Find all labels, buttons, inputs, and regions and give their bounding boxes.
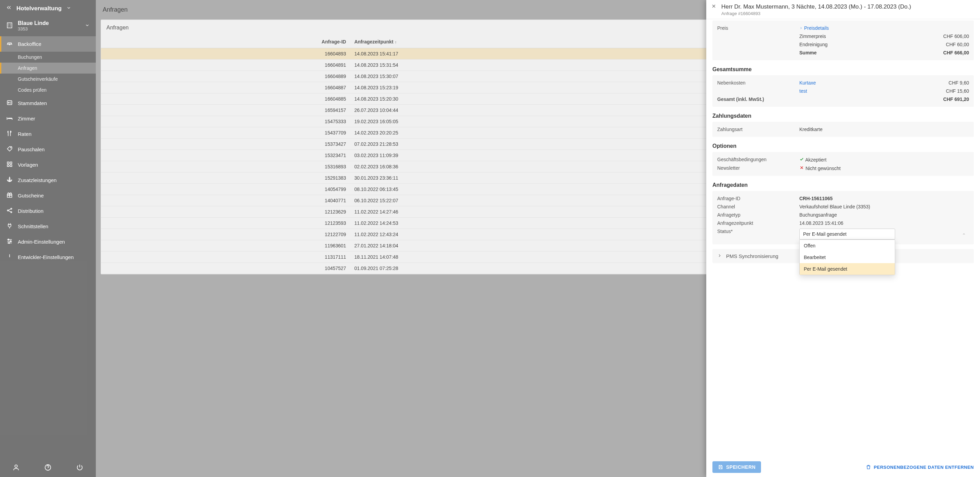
newsletter-label: Newsletter xyxy=(717,165,799,171)
sidebar-item-pauschalen[interactable]: Pauschalen xyxy=(0,142,96,157)
detail-drawer: Herr Dr. Max Mustermann, 3 Nächte, 14.08… xyxy=(706,0,980,477)
share-icon xyxy=(6,207,13,215)
price-box: Preis Preisdetails ZimmerpreisCHF 606,00… xyxy=(713,21,974,60)
alert-icon xyxy=(6,253,13,261)
sidebar-item-developer[interactable]: Entwickler-Einstellungen xyxy=(0,250,96,265)
chevron-down-icon[interactable] xyxy=(85,23,90,29)
status-input[interactable] xyxy=(799,229,895,240)
cell-timestamp: 03.02.2023 11:09:39 xyxy=(350,150,748,161)
channel-label: Channel xyxy=(717,204,799,210)
svg-point-2 xyxy=(8,102,9,103)
kurtaxe-link[interactable]: Kurtaxe xyxy=(799,80,816,86)
sidebar-item-admin[interactable]: Admin-Einstellungen xyxy=(0,234,96,250)
hotel-code: 3353 xyxy=(18,26,80,32)
sidebar: Hotelverwaltung Blaue Linde 3353 Backoff… xyxy=(0,0,96,477)
sidebar-sub-anfragen[interactable]: Anfragen xyxy=(0,63,96,73)
bed-icon xyxy=(6,114,13,122)
cell-timestamp: 07.02.2023 21:28:53 xyxy=(350,138,748,150)
sidebar-sub-gutscheinverkaeufe[interactable]: Gutscheinverkäufe xyxy=(0,73,96,84)
sidebar-item-stammdaten[interactable]: Stammdaten xyxy=(0,95,96,111)
cleaning-value: CHF 60,00 xyxy=(946,42,969,47)
channel-value: Verkaufshotel Blaue Linde (3353) xyxy=(799,204,969,210)
cell-id: 16604891 xyxy=(101,60,350,71)
delete-personal-data-button[interactable]: PERSONENBEZOGENE DATEN ENTFERNEN xyxy=(866,464,974,470)
status-option-bearbeitet[interactable]: Bearbeitet xyxy=(800,251,895,263)
cell-id: 16604887 xyxy=(101,82,350,94)
req-id-label: Anfrage-ID xyxy=(717,196,799,201)
sidebar-item-label: Backoffice xyxy=(18,41,41,47)
sidebar-items: Backoffice Buchungen Anfragen Gutscheinv… xyxy=(0,36,96,459)
delete-label: PERSONENBEZOGENE DATEN ENTFERNEN xyxy=(874,465,974,470)
payment-heading: Zahlungsdaten xyxy=(713,113,974,119)
sidebar-item-label: Zusatzleistungen xyxy=(18,177,56,183)
sidebar-item-distribution[interactable]: Distribution xyxy=(0,203,96,219)
cell-id: 16604893 xyxy=(101,48,350,60)
cutlery-icon xyxy=(6,130,13,138)
puzzle-icon xyxy=(6,161,13,169)
cell-timestamp: 14.08.2023 15:23:19 xyxy=(350,82,748,94)
col-id[interactable]: Anfrage-ID xyxy=(101,36,350,48)
user-icon[interactable] xyxy=(12,464,20,472)
sidebar-item-label: Schnittstellen xyxy=(18,223,48,229)
cell-id: 15316893 xyxy=(101,161,350,172)
hotel-icon xyxy=(6,22,13,30)
plug-icon xyxy=(6,223,13,230)
cell-id: 11963601 xyxy=(101,240,350,251)
reqts-value: 14.08.2023 15:41:06 xyxy=(799,220,969,226)
status-option-email[interactable]: Per E-Mail gesendet xyxy=(800,263,895,275)
cell-timestamp: 18.11.2021 14:07:48 xyxy=(350,251,748,263)
power-icon[interactable] xyxy=(76,464,83,472)
collapse-sidebar-icon[interactable] xyxy=(6,5,12,12)
caret-up-icon[interactable] xyxy=(962,231,966,237)
drawer-subtitle: Anfrage #16604893 xyxy=(721,11,911,16)
sum-label: Summe xyxy=(799,50,943,56)
help-icon[interactable] xyxy=(44,464,52,472)
gift-icon xyxy=(6,192,13,199)
test-value: CHF 15,60 xyxy=(946,88,969,94)
cell-timestamp: 02.02.2023 16:08:36 xyxy=(350,161,748,172)
sidebar-item-raten[interactable]: Raten xyxy=(0,126,96,142)
sidebar-item-vorlagen[interactable]: Vorlagen xyxy=(0,157,96,172)
sidebar-sub-buchungen[interactable]: Buchungen xyxy=(0,52,96,63)
test-link[interactable]: test xyxy=(799,88,807,94)
hotel-name: Blaue Linde xyxy=(18,20,80,26)
hotel-selector[interactable]: Blaue Linde 3353 xyxy=(0,17,96,36)
sidebar-item-backoffice[interactable]: Backoffice xyxy=(0,36,96,52)
price-details-link[interactable]: Preisdetails xyxy=(804,25,829,31)
sidebar-item-label: Pauschalen xyxy=(18,146,45,152)
save-button[interactable]: SPEICHERN xyxy=(713,461,761,473)
cell-id: 12122709 xyxy=(101,229,350,240)
chevron-down-icon[interactable] xyxy=(66,5,71,12)
pms-sync-label: PMS Synchronisierung xyxy=(726,253,778,259)
payment-section: Zahlungsdaten Zahlungsart Kreditkarte xyxy=(713,113,974,137)
cell-id: 14040771 xyxy=(101,195,350,206)
svg-point-3 xyxy=(11,148,11,148)
req-id-value: CRH-15611065 xyxy=(799,196,969,201)
terms-value: Akzeptiert xyxy=(805,157,826,162)
sidebar-sub-codes[interactable]: Codes prüfen xyxy=(0,84,96,95)
sidebar-item-schnittstellen[interactable]: Schnittstellen xyxy=(0,219,96,234)
options-section: Optionen Geschäftsbedingungen Akzeptiert… xyxy=(713,143,974,176)
cleaning-label: Endreinigung xyxy=(799,42,946,47)
cell-timestamp: 14.08.2023 15:20:30 xyxy=(350,94,748,105)
cell-timestamp: 08.10.2022 06:13:45 xyxy=(350,184,748,195)
cell-id: 10457527 xyxy=(101,263,350,274)
svg-point-5 xyxy=(7,210,8,211)
svg-point-6 xyxy=(11,208,12,209)
cell-timestamp: 26.07.2023 10:04:44 xyxy=(350,105,748,116)
status-option-offen[interactable]: Offen xyxy=(800,240,895,251)
col-timestamp[interactable]: Anfragezeitpunkt ↑ xyxy=(350,36,748,48)
svg-point-11 xyxy=(15,465,17,467)
cell-timestamp: 14.08.2023 15:31:54 xyxy=(350,60,748,71)
close-button[interactable] xyxy=(711,3,716,10)
cell-id: 15323471 xyxy=(101,150,350,161)
sidebar-item-gutscheine[interactable]: Gutscheine xyxy=(0,188,96,203)
newsletter-value: Nicht gewünscht xyxy=(805,165,841,171)
sliders-icon xyxy=(6,238,13,246)
sidebar-item-zimmer[interactable]: Zimmer xyxy=(0,111,96,126)
sidebar-item-label: Vorlagen xyxy=(18,162,38,168)
cell-timestamp: 11.02.2022 14:24:53 xyxy=(350,218,748,229)
sidebar-item-zusatzleistungen[interactable]: Zusatzleistungen xyxy=(0,172,96,188)
sidebar-title: Hotelverwaltung xyxy=(16,5,62,12)
sidebar-header[interactable]: Hotelverwaltung xyxy=(0,0,96,17)
